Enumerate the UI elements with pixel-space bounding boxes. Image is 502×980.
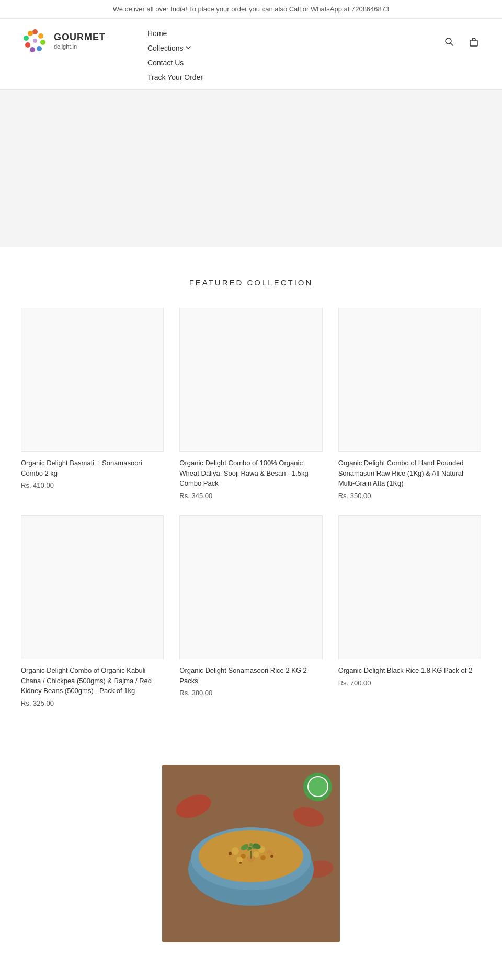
svg-point-39 <box>239 862 242 864</box>
product-card-4[interactable]: Organic Delight Combo of Organic Kabuli … <box>21 515 164 707</box>
product-card-2[interactable]: Organic Delight Combo of 100% Organic Wh… <box>179 308 322 500</box>
svg-point-33 <box>247 849 249 851</box>
product-name-1: Organic Delight Basmati + Sonamasoori Co… <box>21 458 164 478</box>
product-card-1[interactable]: Organic Delight Basmati + Sonamasoori Co… <box>21 308 164 500</box>
nav-track[interactable]: Track Your Order <box>147 73 481 82</box>
product-name-3: Organic Delight Combo of Hand Pounded So… <box>338 458 481 489</box>
svg-point-0 <box>32 29 38 34</box>
product-name-4: Organic Delight Combo of Organic Kabuli … <box>21 665 164 696</box>
product-price-2: Rs. 345.00 <box>179 492 322 500</box>
product-name-5: Organic Delight Sonamasoori Rice 2 KG 2 … <box>179 665 322 686</box>
product-image-4 <box>21 515 164 659</box>
product-image-3 <box>338 308 481 452</box>
food-image-container <box>162 765 340 942</box>
product-price-4: Rs. 325.00 <box>21 699 164 707</box>
chevron-down-icon <box>185 44 191 52</box>
search-icon <box>444 37 454 48</box>
hero-banner <box>0 90 502 247</box>
search-button[interactable] <box>442 35 456 50</box>
product-price-6: Rs. 700.00 <box>338 679 481 687</box>
cart-icon <box>469 37 479 49</box>
svg-line-10 <box>451 43 453 46</box>
svg-point-2 <box>40 40 45 45</box>
product-card-5[interactable]: Organic Delight Sonamasoori Rice 2 KG 2 … <box>179 515 322 707</box>
product-name-6: Organic Delight Black Rice 1.8 KG Pack o… <box>338 665 481 676</box>
top-banner: We deliver all over India! To place your… <box>0 0 502 19</box>
products-grid-row1: Organic Delight Basmati + Sonamasoori Co… <box>21 308 481 500</box>
product-price-1: Rs. 410.00 <box>21 481 164 489</box>
product-price-5: Rs. 380.00 <box>179 689 322 697</box>
food-image-section <box>0 744 502 942</box>
svg-point-38 <box>270 855 273 858</box>
svg-point-25 <box>236 857 243 863</box>
svg-rect-11 <box>470 40 477 46</box>
svg-point-31 <box>249 843 253 846</box>
product-card-3[interactable]: Organic Delight Combo of Hand Pounded So… <box>338 308 481 500</box>
cart-button[interactable] <box>466 34 481 51</box>
logo-icon <box>21 27 50 55</box>
header: GOURMET delight.in Home Collections Cont… <box>0 19 502 90</box>
product-price-3: Rs. 350.00 <box>338 492 481 500</box>
product-image-5 <box>179 515 322 659</box>
svg-point-19 <box>232 847 239 855</box>
svg-point-4 <box>30 47 35 52</box>
main-nav: Home Collections Contact Us Track Your O… <box>106 27 481 82</box>
svg-point-1 <box>38 33 43 39</box>
svg-point-8 <box>33 39 37 43</box>
svg-point-5 <box>25 42 30 48</box>
product-image-1 <box>21 308 164 452</box>
brand-badge-inner <box>307 776 328 797</box>
section-title: FEATURED COLLECTION <box>21 278 481 287</box>
product-image-2 <box>179 308 322 452</box>
product-card-6[interactable]: Organic Delight Black Rice 1.8 KG Pack o… <box>338 515 481 707</box>
svg-point-6 <box>24 36 29 41</box>
nav-home[interactable]: Home <box>147 29 481 38</box>
svg-point-3 <box>37 46 42 51</box>
featured-collection-section: FEATURED COLLECTION Organic Delight Basm… <box>0 247 502 744</box>
logo[interactable]: GOURMET delight.in <box>21 27 106 55</box>
header-icons <box>442 34 481 51</box>
svg-point-37 <box>229 852 232 855</box>
product-image-6 <box>338 515 481 659</box>
brand-badge <box>303 773 332 801</box>
svg-point-24 <box>267 850 272 855</box>
nav-contact[interactable]: Contact Us <box>147 59 481 67</box>
svg-point-7 <box>28 31 33 36</box>
logo-text: GOURMET delight.in <box>54 32 106 50</box>
products-grid-row2: Organic Delight Combo of Organic Kabuli … <box>21 515 481 707</box>
svg-point-27 <box>260 855 266 860</box>
nav-collections[interactable]: Collections <box>147 44 481 52</box>
banner-text: We deliver all over India! To place your… <box>113 5 390 13</box>
product-name-2: Organic Delight Combo of 100% Organic Wh… <box>179 458 322 489</box>
